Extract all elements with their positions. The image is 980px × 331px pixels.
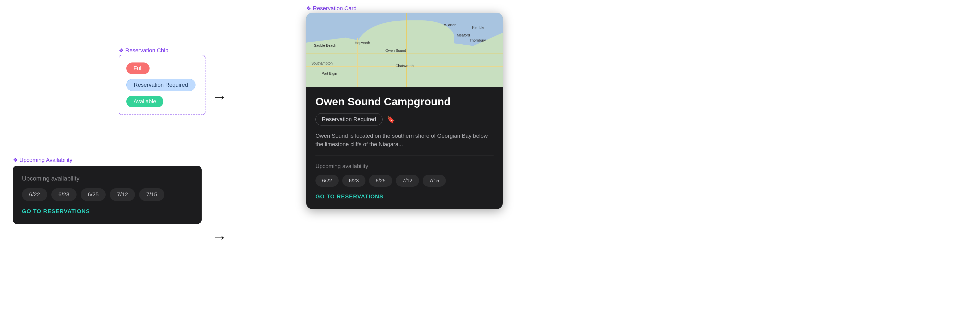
card-section-label: ❖ Reservation Card — [306, 5, 356, 12]
map-label: Hepworth — [355, 41, 370, 45]
card-avail-label: Upcoming availability — [315, 163, 493, 169]
chip-to-card-arrow: → — [212, 88, 227, 106]
chip-full[interactable]: Full — [126, 62, 150, 74]
map-road-v2 — [357, 38, 358, 87]
card-map: WiartonKembleSauble BeachHepworthMeaford… — [306, 13, 503, 87]
date-chip-1[interactable]: 6/23 — [51, 188, 76, 201]
map-label: Kemble — [472, 25, 484, 30]
card-date-4[interactable]: 7/15 — [423, 175, 446, 187]
date-chip-0[interactable]: 6/22 — [22, 188, 47, 201]
map-label: Chatsworth — [396, 64, 414, 68]
card-date-1[interactable]: 6/23 — [342, 175, 366, 187]
avail-to-card-arrow: → — [212, 228, 227, 246]
date-chip-2[interactable]: 6/25 — [81, 188, 106, 201]
avail-section-label: ❖ Upcoming Availability — [13, 157, 72, 163]
date-chip-3[interactable]: 7/12 — [110, 188, 135, 201]
card-divider — [315, 155, 493, 156]
map-label: Owen Sound — [385, 48, 406, 52]
bookmark-icon[interactable]: 🔖 — [387, 115, 396, 124]
card-body: Owen Sound Campground Reservation Requir… — [306, 87, 503, 209]
card-chips-row: Reservation Required 🔖 — [315, 113, 493, 125]
upcoming-availability-box: Upcoming availability 6/22 6/23 6/25 7/1… — [13, 166, 202, 224]
map-label: Southampton — [311, 61, 332, 65]
diamond-icon-3: ❖ — [306, 5, 311, 12]
card-date-0[interactable]: 6/22 — [315, 175, 339, 187]
avail-dates-row: 6/22 6/23 6/25 7/12 7/15 — [22, 188, 192, 201]
diamond-icon-2: ❖ — [13, 157, 18, 163]
diamond-icon: ❖ — [119, 47, 124, 54]
map-label: Wiarton — [444, 23, 456, 27]
card-chip-reservation[interactable]: Reservation Required — [315, 113, 383, 125]
card-title: Owen Sound Campground — [315, 96, 493, 108]
reservation-card: WiartonKembleSauble BeachHepworthMeaford… — [306, 13, 503, 209]
card-date-2[interactable]: 6/25 — [369, 175, 392, 187]
card-dates-row: 6/22 6/23 6/25 7/12 7/15 — [315, 175, 493, 187]
map-label: Meaford — [457, 33, 470, 37]
date-chip-4[interactable]: 7/15 — [139, 188, 164, 201]
chip-reservation[interactable]: Reservation Required — [126, 79, 196, 91]
map-label: Port Elgin — [321, 71, 337, 76]
chip-section-label: ❖ Reservation Chip — [119, 47, 169, 54]
map-label: Thornbury — [469, 38, 486, 42]
map-road-h1 — [306, 54, 503, 54]
go-reservations-button[interactable]: GO TO RESERVATIONS — [22, 208, 192, 215]
avail-box-label: Upcoming availability — [22, 175, 192, 182]
chip-box: Full Reservation Required Available — [119, 55, 205, 115]
card-description: Owen Sound is located on the southern sh… — [315, 131, 493, 149]
map-label: Sauble Beach — [314, 43, 336, 48]
card-date-3[interactable]: 7/12 — [396, 175, 419, 187]
chip-available[interactable]: Available — [126, 96, 163, 108]
card-go-reservations-button[interactable]: GO TO RESERVATIONS — [315, 193, 493, 200]
